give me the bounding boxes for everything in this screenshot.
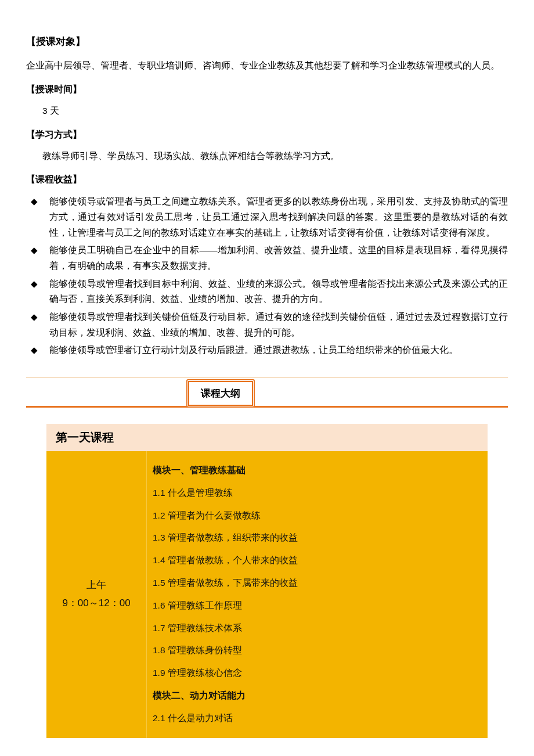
- heading-audience: 【授课对象】: [26, 35, 508, 48]
- time-label-range: 9：00～12：00: [62, 595, 130, 613]
- time-label-period: 上午: [86, 577, 106, 595]
- outline-badge: 课程大纲: [186, 379, 255, 408]
- day-block: 第一天课程 上午 9：00～12：00 模块一、管理教练基础 1.1 什么是管理…: [46, 424, 488, 738]
- benefit-item: 能够使员工明确自己在企业中的目标——增加利润、改善效益、提升业绩。这里的目标是表…: [26, 243, 508, 273]
- content-line: 1.7 管理教练技术体系: [153, 617, 482, 640]
- content-line: 1.2 管理者为什么要做教练: [153, 505, 482, 527]
- content-line: 1.6 管理教练工作原理: [153, 595, 482, 617]
- module-title: 模块二、动力对话能力: [153, 685, 482, 707]
- benefit-item: 能够使领导或管理者与员工之间建立教练关系。管理者更多的以教练身份出现，采用引发、…: [26, 194, 508, 240]
- outline-divider: 课程大纲: [26, 377, 508, 408]
- content-cell: 模块一、管理教练基础 1.1 什么是管理教练 1.2 管理者为什么要做教练 1.…: [146, 451, 488, 738]
- benefit-item: 能够使领导或管理者订立行动计划及行动后跟进。通过跟进教练，让员工给组织带来的价值…: [26, 343, 508, 358]
- time-text: 3 天: [26, 104, 508, 118]
- benefit-item: 能够使领导或管理者找到关键价值链及行动目标。通过有效的途径找到关键价值链，通过过…: [26, 309, 508, 340]
- benefit-item: 能够使领导或管理者找到目标中利润、效益、业绩的来源公式。领导或管理者能否找出来源…: [26, 276, 508, 307]
- content-line: 1.4 管理者做教练，个人带来的收益: [153, 549, 482, 572]
- day-header: 第一天课程: [46, 424, 488, 451]
- content-line: 2.1 什么是动力对话: [153, 707, 482, 730]
- heading-benefits: 【课程收益】: [26, 174, 508, 186]
- content-line: 1.5 管理者做教练，下属带来的收益: [153, 572, 482, 595]
- divider-row: 课程大纲: [26, 379, 508, 408]
- content-line: 1.1 什么是管理教练: [153, 482, 482, 505]
- module-title: 模块一、管理教练基础: [153, 459, 482, 482]
- schedule-row: 上午 9：00～12：00 模块一、管理教练基础 1.1 什么是管理教练 1.2…: [46, 451, 488, 738]
- benefits-list: 能够使领导或管理者与员工之间建立教练关系。管理者更多的以教练身份出现，采用引发、…: [26, 194, 508, 358]
- method-text: 教练导师引导、学员练习、现场实战、教练点评相结合等教练学习方式。: [26, 149, 508, 164]
- content-line: 1.3 管理者做教练，组织带来的收益: [153, 527, 482, 549]
- content-line: 1.8 管理教练身份转型: [153, 639, 482, 662]
- content-line: 1.9 管理教练核心信念: [153, 662, 482, 685]
- divider-line: [26, 377, 508, 377]
- heading-method: 【学习方式】: [26, 129, 508, 141]
- time-cell: 上午 9：00～12：00: [46, 451, 146, 738]
- audience-text: 企业高中层领导、管理者、专职业培训师、咨询师、专业企业教练及其他想要了解和学习企…: [26, 59, 508, 73]
- heading-time: 【授课时间】: [26, 84, 508, 96]
